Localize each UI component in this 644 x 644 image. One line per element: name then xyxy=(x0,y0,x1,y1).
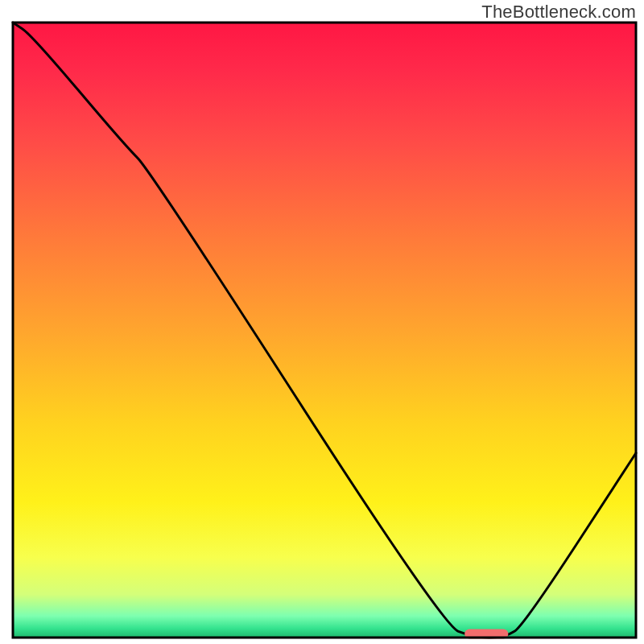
chart-container: TheBottleneck.com xyxy=(0,0,644,644)
bottleneck-chart xyxy=(0,0,644,644)
gradient-background xyxy=(13,23,636,638)
